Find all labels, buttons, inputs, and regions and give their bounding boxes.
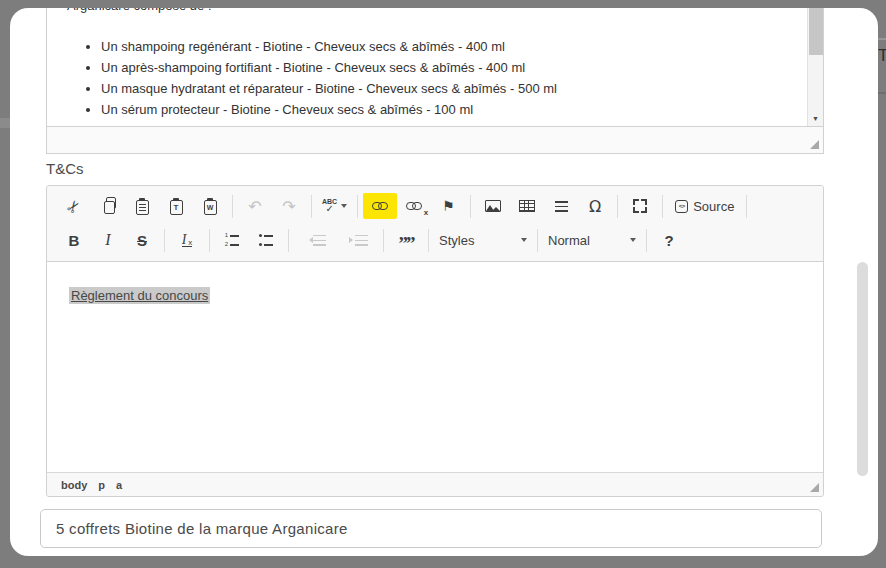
element-path-a[interactable]: a [116,479,122,491]
strikethrough-button[interactable]: S [125,227,159,253]
list-item: Un shampoing regénérant - Biotine - Chev… [101,36,797,57]
resize-handle-icon[interactable] [810,140,819,149]
styles-dropdown-label: Styles [439,233,474,248]
numbered-list-button[interactable] [215,227,249,253]
background-divider [0,118,10,128]
styles-dropdown[interactable]: Styles [434,227,532,253]
increase-indent-button[interactable] [344,227,378,253]
tcs-richtext-editor: ✂ ↶ ↷ [46,185,824,497]
toolbar-row-1: ✂ ↶ ↷ [57,189,815,223]
toolbar-separator [428,229,429,252]
toolbar-separator [746,195,747,218]
resize-handle-icon[interactable] [810,483,819,492]
chevron-down-icon [521,238,527,242]
element-path-bar: body p a [47,472,823,496]
toolbar-separator [383,229,384,252]
anchor-flag-icon: ⚑ [442,198,455,214]
background-partial-text: T [878,46,886,66]
bulleted-list-button[interactable] [249,227,283,253]
bold-button[interactable]: B [57,227,91,253]
paste-from-word-button[interactable] [193,193,227,219]
list-item-clipped: Une crème de soin hydratante sans rinçag… [101,120,797,127]
anchor-button[interactable]: ⚑ [431,193,465,219]
description-heading-clipped: Arganicare composé de : [67,8,797,13]
list-item: Un après-shampoing fortifiant - Biotine … [101,57,797,78]
bulleted-list-icon [259,233,273,247]
cut-button[interactable]: ✂ [57,193,91,219]
paste-button[interactable] [125,193,159,219]
decrease-indent-button[interactable] [302,227,336,253]
description-bullet-list: Un shampoing regénérant - Biotine - Chev… [67,36,797,127]
cut-icon: ✂ [62,195,85,217]
decrease-indent-icon [313,235,326,246]
maximize-icon [633,199,647,213]
chevron-down-icon [341,204,347,208]
undo-button[interactable]: ↶ [238,193,272,219]
spellcheck-checkmark: ✓ [325,204,333,214]
copy-button[interactable] [91,193,125,219]
table-icon [519,200,535,212]
modal-dialog: Arganicare composé de : Un shampoing reg… [10,8,878,556]
unlink-x: x [424,208,428,217]
paragraph-format-dropdown[interactable]: Normal [543,227,641,253]
description-editor-content[interactable]: Arganicare composé de : Un shampoing reg… [47,8,823,127]
editor-content-area[interactable]: Règlement du concours [47,262,823,472]
paragraph-format-label: Normal [548,233,590,248]
vertical-scrollbar[interactable] [807,8,823,126]
maximize-button[interactable] [623,193,657,219]
special-character-button[interactable]: Ω [578,193,612,219]
prize-title-input[interactable] [40,509,822,548]
copy-icon [104,201,115,214]
insert-table-button[interactable] [510,193,544,219]
toolbar-separator [357,195,358,218]
content-link-selected[interactable]: Règlement du concours [69,287,210,304]
undo-icon: ↶ [248,197,261,216]
toolbar-separator [288,229,289,252]
insert-link-button[interactable] [363,193,397,219]
chevron-down-icon [630,238,636,242]
element-path-body[interactable]: body [61,479,87,491]
modal-scrollbar-thumb[interactable] [857,262,868,476]
spellcheck-button[interactable]: ABC ✓ [317,193,352,219]
blockquote-icon: ”” [399,232,414,248]
background-divider [877,92,886,94]
redo-button[interactable]: ↷ [272,193,306,219]
paste-as-text-button[interactable] [159,193,193,219]
toolbar-separator [164,229,165,252]
toolbar-separator [662,195,663,218]
about-help-button[interactable]: ? [652,227,686,253]
italic-button[interactable]: I [91,227,125,253]
paste-icon [136,200,149,215]
toolbar-separator [232,195,233,218]
source-icon [675,200,688,213]
link-icon [372,202,388,210]
toolbar-row-2: B I S I [57,223,815,257]
toolbar-separator [646,229,647,252]
paste-text-icon [170,200,183,215]
element-path-p[interactable]: p [98,479,105,491]
unlink-button[interactable]: x [397,193,431,219]
scrollbar-down-button[interactable] [808,110,823,126]
scrollbar-thumb[interactable] [809,8,823,55]
bold-icon: B [69,232,80,249]
toolbar-separator [311,195,312,218]
horizontal-rule-button[interactable] [544,193,578,219]
blockquote-button[interactable]: ”” [389,227,423,253]
numbered-list-icon [225,233,239,247]
image-icon [485,200,501,212]
redo-icon: ↷ [282,197,295,216]
help-icon: ? [664,232,673,249]
background-divider [877,38,886,40]
list-item: Un masque hydratant et réparateur - Biot… [101,78,797,99]
list-item: Un sérum protecteur - Biotine - Cheveux … [101,99,797,120]
remove-format-button[interactable]: I [170,227,204,253]
unlink-icon: x [406,202,422,210]
source-button[interactable]: Source [668,193,741,219]
insert-image-button[interactable] [476,193,510,219]
remove-format-icon: I [182,233,193,247]
increase-indent-icon [355,235,368,246]
paste-word-icon [204,200,217,215]
italic-icon: I [105,231,110,249]
omega-icon: Ω [589,197,601,216]
spellcheck-icon: ABC ✓ [322,198,337,214]
